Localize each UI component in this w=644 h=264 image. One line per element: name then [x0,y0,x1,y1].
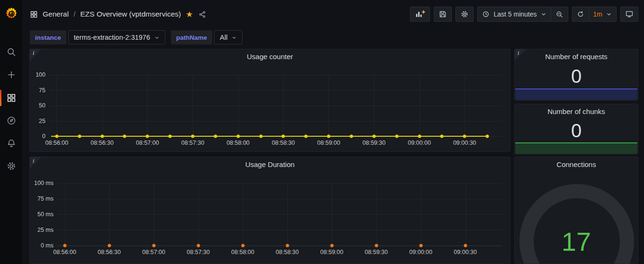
plus-icon [422,11,425,13]
data-point [375,244,378,247]
grid-line-vertical [243,183,243,246]
y-tick-label: 0 ms [33,242,54,249]
x-tick-label: 08:59:30 [363,140,386,146]
refresh-interval-button[interactable]: 1m [589,7,617,22]
y-tick-label: 50 [25,102,45,109]
x-tick-label: 08:56:00 [45,140,69,146]
variable-value-pathname[interactable]: All [214,30,242,44]
data-point [152,244,155,247]
x-tick-label: 08:59:00 [320,249,343,255]
grid-line-horizontal [49,121,502,122]
x-tick-label: 08:56:00 [53,249,76,255]
stat-value: 0 [515,64,638,88]
grid-line-vertical [376,183,377,246]
plus-icon [6,70,17,80]
x-tick-label: 08:58:00 [231,249,254,255]
grid-line-vertical [193,75,193,136]
panel-title[interactable]: Usage Duration [44,160,496,168]
data-point [191,135,195,138]
y-tick-label: 75 [25,87,45,94]
data-point [464,244,467,247]
grafana-logo-icon[interactable] [0,5,22,23]
grid-line-vertical [421,183,421,246]
grid-line-horizontal [57,199,502,199]
y-tick-label: 50 ms [33,211,54,218]
grid-line-vertical [154,183,154,246]
panel-usage-counter: i Usage counter 025507510008:56:0008:56:… [29,49,510,152]
x-tick-label: 09:00:00 [409,249,432,255]
save-dashboard-button[interactable] [434,7,452,22]
variable-label-instance: instance [30,30,66,44]
grid-line-vertical [102,75,103,136]
info-icon[interactable]: i [518,50,519,57]
info-icon[interactable]: i [33,50,34,57]
refresh-icon [577,10,584,18]
data-point [197,244,200,247]
dashboard-settings-button[interactable] [456,7,474,22]
time-range-button[interactable]: Last 5 minutes [477,7,551,22]
bell-icon [6,138,17,149]
grid-line-horizontal [57,183,502,184]
zoom-out-button[interactable] [551,7,568,22]
grid-line-horizontal [49,106,502,106]
data-point [286,244,289,247]
data-point [236,135,240,138]
apps-grid-icon [30,10,38,18]
sidebar-item-dashboards[interactable] [0,88,22,107]
data-point [418,135,421,138]
x-tick-label: 08:57:00 [136,140,159,146]
panel-info-corner[interactable] [30,157,41,168]
panel-info-corner[interactable] [30,49,41,61]
grid-line-vertical [238,75,239,136]
sidebar-item-create[interactable] [0,65,22,84]
sidebar-item-configuration[interactable] [0,157,22,176]
refresh-interval-label: 1m [593,10,602,18]
panel-title[interactable]: Usage counter [44,53,496,61]
grid-line-vertical [65,183,65,246]
clock-icon [482,10,490,18]
star-icon[interactable]: ★ [186,10,193,18]
sidebar-item-explore[interactable] [0,111,22,130]
grid-line-horizontal [49,90,502,91]
data-point [55,135,58,138]
data-point [349,135,353,138]
data-point [169,135,172,138]
sidebar-item-alerting[interactable] [0,134,22,153]
refresh-button[interactable] [572,7,589,22]
data-point [241,244,244,247]
breadcrumb-section[interactable]: General [43,10,69,18]
chevron-down-icon [232,35,237,40]
x-tick-label: 08:57:00 [142,249,165,255]
sidebar-item-search[interactable] [0,43,22,62]
chevron-down-icon [606,11,612,17]
dashboard-toolbar: Last 5 minutes 1m [410,7,638,22]
grid-line-vertical [465,75,465,136]
panel-info-corner[interactable] [515,49,526,61]
data-point [372,135,376,138]
grid-line-vertical [420,75,420,136]
stat-value: 0 [515,119,638,142]
data-point [123,135,126,138]
grid-line-horizontal [57,246,502,246]
panel-number-of-requests: i Number of requests 0 [514,49,638,101]
add-panel-button[interactable] [410,7,430,22]
chevron-down-icon [154,35,160,40]
y-tick-label: 100 ms [33,179,54,187]
panel-title[interactable]: Number of requests [529,53,624,61]
x-tick-label: 09:00:30 [454,249,477,255]
y-tick-label: 0 [25,132,45,140]
grid-line-vertical [109,183,110,246]
gear-icon [460,10,469,18]
x-tick-label: 09:00:00 [408,140,431,146]
x-tick-label: 08:59:00 [317,140,340,146]
info-icon[interactable]: i [33,158,34,165]
variable-value-instance[interactable]: terms-extraction-2:31976 [68,30,165,44]
compass-icon [6,115,17,126]
share-icon[interactable] [198,10,206,18]
cycle-view-mode-button[interactable] [620,7,638,22]
x-tick-label: 08:58:00 [226,140,250,146]
grid-line-horizontal [57,214,502,215]
x-tick-label: 08:56:30 [90,140,114,146]
page-title[interactable]: EZS Overview (vptdmservices) [80,10,181,18]
panel-title[interactable]: Number of chunks [529,107,624,115]
